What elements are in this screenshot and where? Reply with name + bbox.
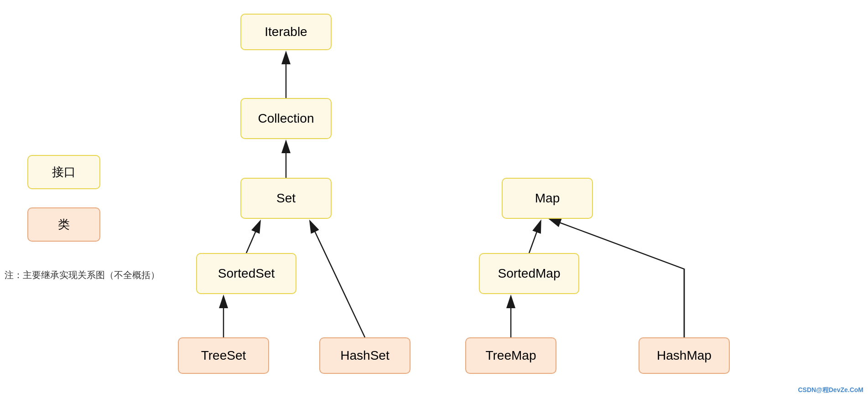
note-text: 注：主要继承实现关系图（不全概括） <box>5 269 160 281</box>
node-iterable: Iterable <box>240 14 332 50</box>
svg-line-6 <box>529 222 541 253</box>
legend-class: 类 <box>27 207 100 242</box>
node-treemap: TreeMap <box>465 337 556 374</box>
watermark: CSDN@程DevZe.CoM <box>798 386 863 394</box>
arrows-svg <box>0 0 868 398</box>
node-collection: Collection <box>240 98 332 139</box>
node-hashmap: HashMap <box>639 337 730 374</box>
node-set: Set <box>240 178 332 219</box>
node-hashset: HashSet <box>319 337 411 374</box>
diagram-container: Iterable Collection Set SortedSet TreeSe… <box>0 0 868 398</box>
node-map: Map <box>502 178 593 219</box>
legend-interface: 接口 <box>27 155 100 189</box>
node-sortedmap: SortedMap <box>479 253 579 294</box>
svg-line-5 <box>310 222 365 337</box>
svg-line-3 <box>246 222 260 253</box>
node-treeset: TreeSet <box>178 337 269 374</box>
node-sortedset: SortedSet <box>196 253 296 294</box>
